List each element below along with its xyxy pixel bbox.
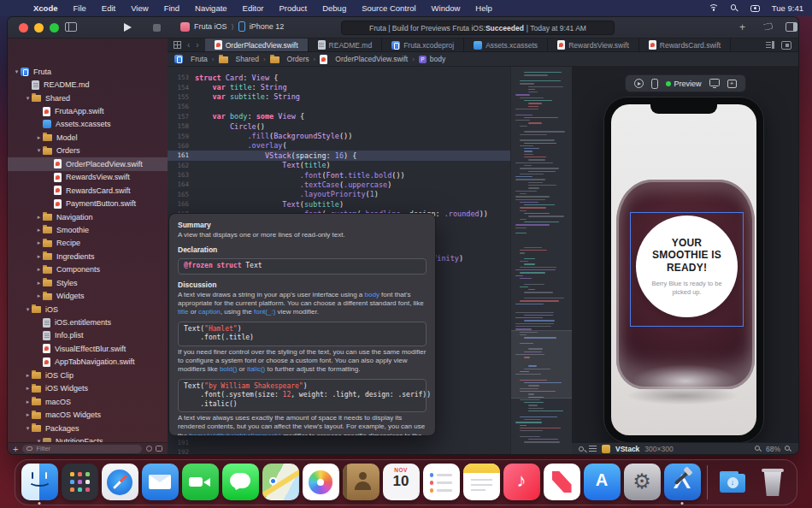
sidebar-item-components[interactable]: ▸Components	[8, 263, 168, 276]
wifi-icon[interactable]	[709, 4, 719, 12]
forward-icon[interactable]: ›	[196, 39, 198, 51]
zoom-out-icon[interactable]	[755, 446, 762, 452]
preview-on-device-icon[interactable]	[709, 79, 720, 86]
dock-photos[interactable]	[302, 461, 339, 504]
sidebar-item-macos-widgets[interactable]: ▸macOS Widgets	[8, 408, 168, 421]
minimize-button[interactable]	[34, 23, 44, 32]
dock-downloads[interactable]: ↓	[714, 461, 751, 504]
run-button[interactable]	[124, 23, 132, 32]
sidebar-item-fruta[interactable]: ▾Fruta	[8, 65, 168, 78]
canvas-settings-icon[interactable]	[589, 446, 597, 452]
navigator-toggle-icon[interactable]	[65, 22, 77, 32]
disclosure-icon[interactable]: ▸	[35, 266, 43, 273]
tab-orderplacedview-swift[interactable]: OrderPlacedView.swift	[205, 38, 309, 51]
menu-editor[interactable]: Editor	[243, 3, 264, 13]
dock-xcode[interactable]	[663, 461, 701, 504]
code-line-166[interactable]: 166 Text(subtitle)	[168, 199, 510, 209]
close-button[interactable]	[19, 23, 28, 32]
selected-element-label[interactable]: VStack	[615, 445, 639, 453]
breadcrumb-shared[interactable]: Shared	[219, 55, 259, 63]
disclosure-icon[interactable]: ▾	[13, 68, 21, 75]
sidebar-item-rewardscard-swift[interactable]: RewardsCard.swift	[8, 184, 168, 197]
breadcrumb-orderplacedview-swift[interactable]: OrderPlacedView.swift	[320, 55, 408, 64]
breadcrumb-orders[interactable]: Orders	[270, 55, 309, 63]
code-line-157[interactable]: 157 var body: some View {	[168, 112, 510, 121]
code-line-165[interactable]: 165 .layoutPriority(1)	[168, 190, 510, 199]
disclosure-icon[interactable]: ▾	[35, 147, 43, 154]
sidebar-item-widgets[interactable]: ▸Widgets	[8, 289, 168, 302]
sidebar-item-styles[interactable]: ▸Styles	[8, 276, 168, 289]
dock-trash[interactable]	[754, 461, 791, 504]
minimap[interactable]	[510, 67, 572, 454]
menu-window[interactable]: Window	[432, 3, 461, 13]
sidebar-item-orders[interactable]: ▾Orders	[8, 145, 168, 157]
line-number[interactable]: 159	[168, 133, 195, 140]
dock-facetime[interactable]	[181, 461, 219, 504]
recent-files-icon[interactable]	[146, 446, 152, 452]
code-line-155[interactable]: 155 var subtitle: String	[168, 92, 510, 102]
line-number[interactable]: 163	[168, 171, 195, 179]
menu-edit[interactable]: Edit	[102, 3, 115, 13]
duplicate-preview-icon[interactable]: +	[727, 80, 737, 88]
sidebar-item-ios-widgets[interactable]: ▸iOS Widgets	[8, 382, 168, 395]
preview-screen[interactable]: YOUR SMOOTHIE IS READY! Berry Blue is re…	[611, 104, 756, 435]
line-number[interactable]: 158	[168, 122, 195, 130]
disclosure-icon[interactable]: ▸	[24, 411, 32, 418]
spotlight-search-icon[interactable]	[731, 4, 738, 12]
menu-file[interactable]: File	[74, 3, 86, 13]
menu-xcode[interactable]: Xcode	[33, 3, 58, 13]
disclosure-icon[interactable]: ▸	[35, 239, 43, 246]
disclosure-icon[interactable]: ▸	[35, 134, 43, 141]
source-control-filter-icon[interactable]	[156, 446, 162, 452]
zoom-in-icon[interactable]	[785, 446, 791, 452]
add-file-button[interactable]: +	[13, 445, 18, 453]
sidebar-item-assets-xcassets[interactable]: Assets.xcassets	[8, 118, 168, 131]
menu-find[interactable]: Find	[164, 3, 179, 13]
disclosure-icon[interactable]: ▸	[35, 253, 43, 260]
fast-user-switching-icon[interactable]	[750, 5, 760, 12]
sidebar-item-packages[interactable]: ▾Packages	[8, 422, 168, 434]
dock-reminders[interactable]	[422, 461, 460, 504]
tab-rewardscard-swift[interactable]: RewardsCard.swift	[639, 38, 731, 51]
tab-rewardsview-swift[interactable]: RewardsView.swift	[548, 38, 639, 51]
source-editor[interactable]: 153struct Card: View {154 var title: Str…	[168, 67, 572, 454]
menu-view[interactable]: View	[131, 3, 148, 13]
menu-help[interactable]: Help	[475, 3, 492, 13]
disclosure-icon[interactable]: ▸	[35, 227, 43, 233]
dock-calendar[interactable]: NOV10	[382, 461, 420, 504]
code-line-159[interactable]: 159 .fill(BackgroundStyle())	[168, 131, 510, 140]
sidebar-item-ios[interactable]: ▾iOS	[8, 303, 168, 316]
disclosure-icon[interactable]: ▸	[35, 280, 43, 286]
minimap-viewport[interactable]	[511, 330, 572, 399]
disclosure-icon[interactable]: ▾	[24, 425, 32, 432]
dock-safari[interactable]	[101, 461, 138, 504]
scheme-selector[interactable]: Fruta iOS ⟩ iPhone 12	[180, 21, 284, 32]
back-icon[interactable]: ‹	[187, 39, 190, 51]
dock-news[interactable]	[543, 461, 580, 504]
line-number[interactable]: 155	[168, 93, 195, 101]
dock-finder[interactable]	[21, 461, 58, 504]
code-line-154[interactable]: 154 var title: String	[168, 82, 510, 92]
code-line-162[interactable]: 162 Text(title)	[168, 161, 510, 170]
line-number[interactable]: 154	[168, 84, 195, 92]
dock-mail[interactable]	[141, 461, 179, 504]
menu-debug[interactable]: Debug	[322, 3, 346, 13]
breadcrumb-body[interactable]: Pbody	[419, 55, 445, 63]
disclosure-icon[interactable]: ▸	[24, 372, 32, 379]
dock-notes[interactable]	[462, 461, 500, 504]
adjust-editor-icon[interactable]	[766, 41, 774, 49]
tab-assets-xcassets[interactable]: Assets.xcassets	[464, 38, 548, 51]
doc-link[interactable]: title	[178, 308, 188, 316]
live-preview-icon[interactable]	[633, 79, 643, 88]
sidebar-item-ingredients[interactable]: ▸Ingredients	[8, 250, 168, 263]
sidebar-item-shared[interactable]: ▾Shared	[8, 92, 168, 104]
sidebar-item-navigation[interactable]: ▸Navigation	[8, 210, 168, 223]
add-editor-icon[interactable]	[781, 41, 791, 50]
dock-system-preferences[interactable]: ⚙	[623, 461, 661, 504]
line-number[interactable]: 191	[168, 438, 195, 447]
sidebar-item-recipe[interactable]: ▸Recipe	[8, 237, 168, 250]
zoom-level[interactable]: 68%	[766, 445, 780, 453]
disclosure-icon[interactable]: ▸	[24, 385, 32, 392]
disclosure-icon[interactable]: ▸	[35, 214, 43, 221]
sidebar-item-apptabnavigation-swift[interactable]: AppTabNavigation.swift	[8, 356, 168, 369]
